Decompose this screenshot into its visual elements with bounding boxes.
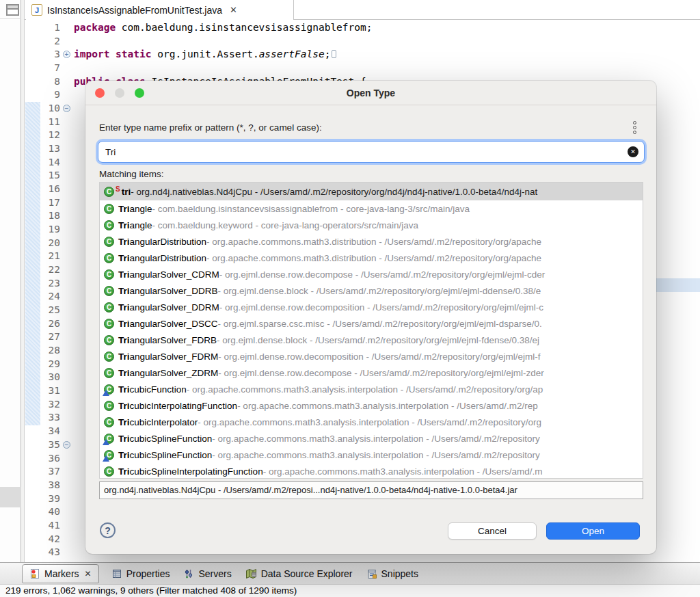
type-location: - org.ejml.dense.block - /Users/amd/.m2/… [218, 286, 541, 296]
type-name: Triangle [118, 220, 152, 230]
type-name: TriangularDistribution [118, 237, 206, 247]
static-decorator-icon: S [116, 185, 120, 193]
matching-items-list[interactable]: CStri - org.nd4j.nativeblas.Nd4jCpu - /U… [99, 182, 643, 479]
line-number: 40 [25, 505, 60, 519]
class-icon: C [104, 466, 114, 477]
close-icon[interactable]: ✕ [85, 569, 92, 579]
line-number: 20 [25, 237, 60, 250]
fold-column [60, 62, 74, 75]
type-list-item[interactable]: CTricubicSplineInterpolatingFunction - o… [100, 463, 643, 479]
minimized-view-handle[interactable] [0, 487, 25, 507]
fold-column [60, 358, 74, 371]
type-name: TriangularSolver_ZDRM [118, 368, 218, 378]
fold-expand-icon[interactable]: + [63, 51, 70, 58]
fold-column [60, 317, 74, 331]
type-list-item[interactable]: CTricubicSplineFunction - org.apache.com… [100, 447, 643, 463]
tab-data-source-explorer[interactable]: Data Source Explorer [239, 564, 360, 583]
fold-column [60, 156, 74, 170]
type-list-item[interactable]: CTricubicFunction - org.apache.commons.m… [100, 381, 643, 397]
code-line: 7 [25, 62, 700, 75]
java-file-icon: J [31, 4, 42, 16]
tab-servers[interactable]: Servers [176, 564, 238, 583]
line-number: 41 [25, 519, 60, 533]
fold-column [60, 35, 74, 49]
line-number: 14 [25, 156, 60, 170]
class-icon: C [104, 187, 114, 197]
code-line: 2 [25, 35, 700, 49]
type-list-item[interactable]: CTriangularDistribution - org.apache.com… [100, 250, 643, 266]
type-list-item[interactable]: CTriangularDistribution - org.apache.com… [100, 233, 643, 250]
close-icon[interactable]: ✕ [230, 5, 237, 15]
type-location: - org.ejml.dense.row.decompose - /Users/… [219, 269, 545, 280]
type-location: - org.ejml.dense.block - /Users/amd/.m2/… [217, 335, 539, 345]
type-list-item[interactable]: CTriangle - com.baeldung.keyword - core-… [100, 217, 643, 233]
minimized-view-strip [0, 0, 21, 562]
class-icon: C [104, 417, 114, 427]
servers-icon [183, 568, 194, 579]
view-menu-icon[interactable] [629, 118, 640, 137]
line-number: 25 [25, 304, 60, 317]
help-icon[interactable]: ? [100, 522, 116, 538]
type-list-item[interactable]: CTriangle - com.baeldung.isinstancevsisa… [100, 200, 643, 217]
close-window-icon[interactable] [95, 88, 105, 98]
type-name: TriangularSolver_FDRB [118, 335, 217, 345]
restore-view-icon[interactable] [6, 4, 19, 16]
tab-markers[interactable]: Markers ✕ [22, 564, 99, 583]
type-list-item[interactable]: CTriangularSolver_DSCC - org.ejml.sparse… [100, 315, 643, 332]
line-number: 3 [25, 48, 60, 62]
type-location: - com.baeldung.keyword - core-java-lang-… [152, 220, 418, 230]
type-list-item[interactable]: CTricubicInterpolatingFunction - org.apa… [100, 397, 643, 414]
line-number: 34 [25, 425, 60, 438]
line-number: 2 [25, 35, 60, 49]
fold-collapse-icon[interactable]: − [63, 441, 70, 449]
type-list-item[interactable]: CTriangularSolver_FDRM - org.ejml.dense.… [100, 348, 643, 364]
editor-tab-title: IsInstanceIsAssignableFromUnitTest.java [47, 5, 222, 16]
tab-properties[interactable]: Properties [105, 564, 177, 583]
type-list-item[interactable]: CTricubicSplineFunction - org.apache.com… [100, 430, 643, 447]
type-list-item[interactable]: CTriangularSolver_CDRM - org.ejml.dense.… [100, 266, 643, 282]
type-name: TriangularSolver_FDRM [118, 351, 218, 362]
type-list-item[interactable]: CTriangularSolver_ZDRM - org.ejml.dense.… [100, 364, 643, 381]
fold-column [60, 75, 74, 89]
fold-column [60, 425, 74, 438]
line-number: 27 [25, 330, 60, 344]
line-number: 42 [25, 533, 60, 546]
line-number: 22 [25, 263, 60, 277]
fold-column [60, 277, 74, 291]
editor-tab[interactable]: J IsInstanceIsAssignableFromUnitTest.jav… [26, 0, 294, 20]
dialog-title-bar[interactable]: Open Type [85, 81, 656, 105]
clear-icon[interactable]: ✕ [628, 146, 638, 157]
type-list-item[interactable]: CTriangularSolver_FDRB - org.ejml.dense.… [100, 332, 643, 348]
type-location: - org.apache.commons.math3.analysis.inte… [198, 417, 541, 427]
problems-status-line: 219 errors, 1,062 warnings, 9 others (Fi… [0, 584, 700, 597]
type-name: TriangularSolver_DDRB [118, 286, 218, 296]
zoom-window-icon[interactable] [135, 88, 144, 98]
line-number: 8 [25, 75, 60, 89]
minimize-window-icon[interactable] [115, 88, 124, 98]
code-line: 3+import static org.junit.Assert.assertF… [25, 48, 700, 62]
type-list-item[interactable]: CTriangularSolver_DDRM - org.ejml.dense.… [100, 299, 643, 315]
fold-column [60, 546, 74, 559]
type-list-item[interactable]: CStri - org.nd4j.nativeblas.Nd4jCpu - /U… [100, 183, 643, 200]
line-number: 32 [25, 398, 60, 412]
line-number: 31 [25, 384, 60, 398]
fold-column [60, 452, 74, 466]
eclipse-window: J IsInstanceIsAssignableFromUnitTest.jav… [0, 0, 700, 597]
class-icon: C [104, 302, 114, 313]
tab-snippets[interactable]: Snippets [360, 564, 425, 583]
fold-column [60, 344, 74, 358]
type-pattern-input[interactable] [98, 141, 645, 163]
type-location: - org.ejml.dense.row.decomposition - /Us… [218, 351, 540, 362]
fold-collapse-icon[interactable]: − [63, 105, 70, 112]
fold-column [60, 492, 74, 506]
selected-type-status: org.nd4j.nativeblas.Nd4jCpu - /Users/amd… [99, 481, 643, 499]
type-list-item[interactable]: CTricubicInterpolator - org.apache.commo… [100, 414, 643, 430]
fold-column [60, 88, 74, 102]
tab-label: Properties [126, 568, 170, 579]
line-number: 13 [25, 142, 60, 156]
cancel-button[interactable]: Cancel [448, 522, 537, 540]
type-list-item[interactable]: CTriangularSolver_DDRB - org.ejml.dense.… [100, 282, 643, 299]
open-button[interactable]: Open [546, 522, 640, 540]
fold-column: + [60, 48, 74, 62]
type-location: - org.ejml.dense.row.decompose - /Users/… [218, 368, 543, 378]
